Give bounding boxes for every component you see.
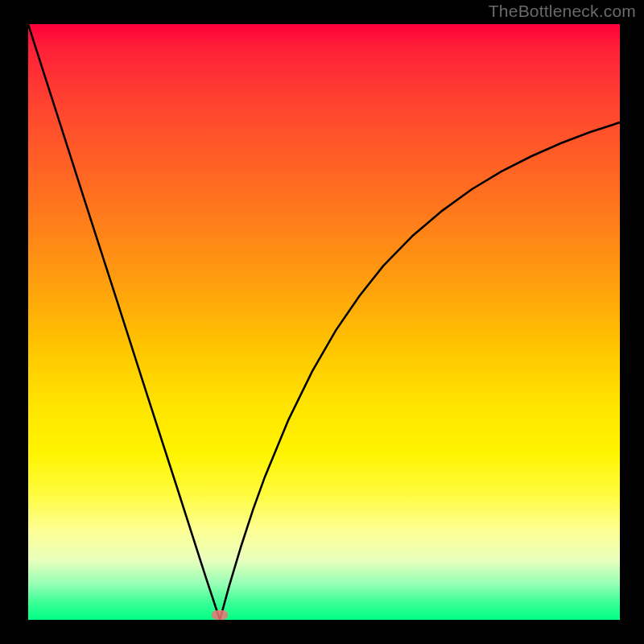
bottleneck-marker xyxy=(212,610,228,620)
curve-svg xyxy=(28,24,620,620)
watermark-text: TheBottleneck.com xyxy=(489,2,636,21)
curve-left-branch xyxy=(28,24,220,620)
chart-frame: TheBottleneck.com xyxy=(0,0,644,644)
plot-area xyxy=(28,24,620,620)
curve-right-branch xyxy=(220,122,620,620)
